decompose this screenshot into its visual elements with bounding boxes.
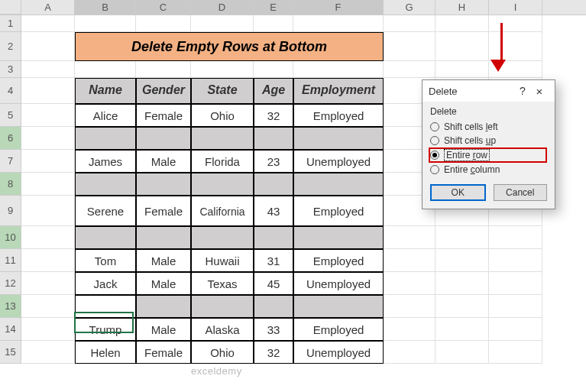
cell-I13[interactable] xyxy=(489,295,542,318)
row-header-11[interactable]: 11 xyxy=(0,249,21,272)
col-header-C[interactable]: C xyxy=(136,0,191,15)
cell-E11[interactable]: 31 xyxy=(254,249,293,272)
radio-shift-cells-left[interactable]: Shift cells left xyxy=(430,120,547,134)
cell-E14[interactable]: 33 xyxy=(254,318,293,341)
cell-F15[interactable]: Unemployed xyxy=(293,341,384,364)
cell-E7[interactable]: 23 xyxy=(254,150,293,173)
row-header-4[interactable]: 4 xyxy=(0,78,21,104)
row-header-7[interactable]: 7 xyxy=(0,150,21,173)
cell-G10[interactable] xyxy=(384,226,435,249)
cell-B12[interactable]: Jack xyxy=(75,272,136,295)
cell-F14[interactable]: Employed xyxy=(293,318,384,341)
cell-I12[interactable] xyxy=(489,272,542,295)
cell-A10[interactable] xyxy=(21,226,75,249)
cell-C7[interactable]: Male xyxy=(136,150,191,173)
cell-H1[interactable] xyxy=(435,15,489,32)
cell-D12[interactable]: Texas xyxy=(191,272,254,295)
col-header-G[interactable]: G xyxy=(384,0,435,15)
row-header-14[interactable]: 14 xyxy=(0,318,21,341)
cell-B5[interactable]: Alice xyxy=(75,104,136,127)
cell-F5[interactable]: Employed xyxy=(293,104,384,127)
cell-A11[interactable] xyxy=(21,249,75,272)
cell-E12[interactable]: 45 xyxy=(254,272,293,295)
cell-H13[interactable] xyxy=(435,295,489,318)
cell-E13[interactable] xyxy=(254,295,293,318)
cell-A14[interactable] xyxy=(21,318,75,341)
cell-B11[interactable]: Tom xyxy=(75,249,136,272)
cancel-button[interactable]: Cancel xyxy=(494,184,548,201)
row-header-8[interactable]: 8 xyxy=(0,173,21,196)
cell-C12[interactable]: Male xyxy=(136,272,191,295)
cell-B8[interactable] xyxy=(75,173,136,196)
col-header-E[interactable]: E xyxy=(254,0,293,15)
cell-F1[interactable] xyxy=(293,15,384,32)
select-all-corner[interactable] xyxy=(0,0,21,15)
cell-D15[interactable]: Ohio xyxy=(191,341,254,364)
cell-A9[interactable] xyxy=(21,196,75,226)
radio-shift-cells-up[interactable]: Shift cells up xyxy=(430,134,547,147)
cell-G13[interactable] xyxy=(384,295,435,318)
cell-F7[interactable]: Unemployed xyxy=(293,150,384,173)
title-cell[interactable]: Delete Empty Rows at Bottom xyxy=(75,32,384,61)
cell-D1[interactable] xyxy=(191,15,254,32)
ok-button[interactable]: OK xyxy=(430,184,486,201)
row-header-1[interactable]: 1 xyxy=(0,15,21,32)
cell-E1[interactable] xyxy=(254,15,293,32)
cell-I14[interactable] xyxy=(489,318,542,341)
col-header-D[interactable]: D xyxy=(191,0,254,15)
cell-B6[interactable] xyxy=(75,127,136,150)
cell-D5[interactable]: Ohio xyxy=(191,104,254,127)
cell-C6[interactable] xyxy=(136,127,191,150)
cell-C10[interactable] xyxy=(136,226,191,249)
cell-C8[interactable] xyxy=(136,173,191,196)
cell-H2[interactable] xyxy=(435,32,489,61)
cell-A13[interactable] xyxy=(21,295,75,318)
cell-C5[interactable]: Female xyxy=(136,104,191,127)
cell-H11[interactable] xyxy=(435,249,489,272)
row-header-2[interactable]: 2 xyxy=(0,32,21,61)
col-header-I[interactable]: I xyxy=(489,0,542,15)
cell-B1[interactable] xyxy=(75,15,136,32)
cell-I10[interactable] xyxy=(489,226,542,249)
cell-E5[interactable]: 32 xyxy=(254,104,293,127)
cell-F8[interactable] xyxy=(293,173,384,196)
cell-A4[interactable] xyxy=(21,78,75,104)
cell-C3[interactable] xyxy=(136,61,191,78)
row-header-3[interactable]: 3 xyxy=(0,61,21,78)
radio-entire-row[interactable]: Entire row xyxy=(429,147,547,163)
row-header-10[interactable]: 10 xyxy=(0,226,21,249)
col-header-H[interactable]: H xyxy=(435,0,489,15)
cell-G12[interactable] xyxy=(384,272,435,295)
cell-A5[interactable] xyxy=(21,104,75,127)
cell-F6[interactable] xyxy=(293,127,384,150)
cell-A3[interactable] xyxy=(21,61,75,78)
cell-D6[interactable] xyxy=(191,127,254,150)
cell-B14[interactable]: Trump xyxy=(75,318,136,341)
cell-D7[interactable]: Florida xyxy=(191,150,254,173)
cell-E8[interactable] xyxy=(254,173,293,196)
header-state[interactable]: State xyxy=(191,78,254,104)
cell-E10[interactable] xyxy=(254,226,293,249)
cell-D9[interactable]: California xyxy=(191,196,254,226)
cell-C13[interactable] xyxy=(136,295,191,318)
header-gender[interactable]: Gender xyxy=(136,78,191,104)
radio-entire-column[interactable]: Entire column xyxy=(430,163,547,177)
cell-G15[interactable] xyxy=(384,341,435,364)
cell-H14[interactable] xyxy=(435,318,489,341)
cell-G2[interactable] xyxy=(384,32,435,61)
help-icon[interactable]: ? xyxy=(515,85,530,97)
cell-A7[interactable] xyxy=(21,150,75,173)
header-name[interactable]: Name xyxy=(75,78,136,104)
row-header-12[interactable]: 12 xyxy=(0,272,21,295)
cell-C14[interactable]: Male xyxy=(136,318,191,341)
cell-I11[interactable] xyxy=(489,249,542,272)
cell-C9[interactable]: Female xyxy=(136,196,191,226)
cell-F13[interactable] xyxy=(293,295,384,318)
cell-C11[interactable]: Male xyxy=(136,249,191,272)
cell-E3[interactable] xyxy=(254,61,293,78)
cell-A15[interactable] xyxy=(21,341,75,364)
cell-C15[interactable]: Female xyxy=(136,341,191,364)
row-header-6[interactable]: 6 xyxy=(0,127,21,150)
cell-D14[interactable]: Alaska xyxy=(191,318,254,341)
cell-G14[interactable] xyxy=(384,318,435,341)
